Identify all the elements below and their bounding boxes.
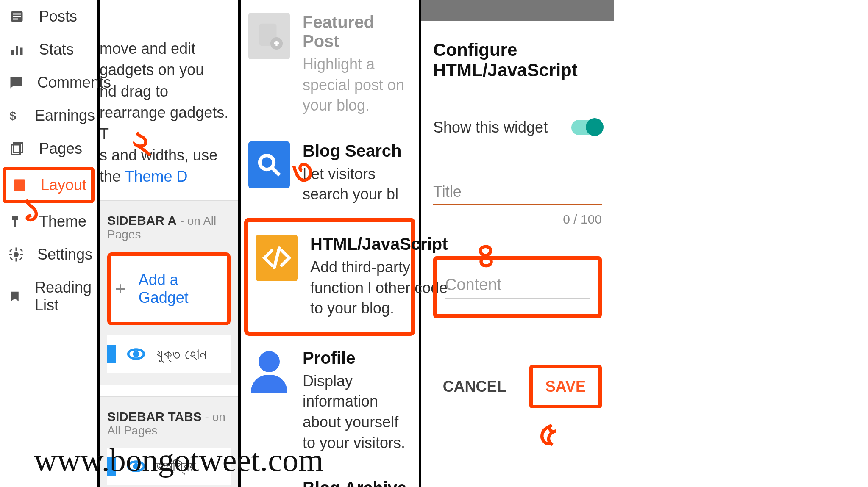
annotation-1: ১ <box>23 186 40 231</box>
nav-label: Posts <box>39 8 77 25</box>
svg-rect-11 <box>14 180 25 183</box>
svg-line-29 <box>273 168 280 175</box>
code-icon <box>256 235 298 281</box>
svg-rect-12 <box>14 183 19 191</box>
dialog-topbar <box>421 0 614 21</box>
gadget-blog-search[interactable]: Blog SearchLet visitors search your bl <box>241 129 419 218</box>
content-label: Content <box>445 276 501 293</box>
nav-stats[interactable]: Stats <box>0 33 97 66</box>
nav-settings[interactable]: Settings <box>0 238 97 271</box>
svg-rect-16 <box>9 254 13 255</box>
svg-rect-3 <box>13 19 18 20</box>
nav-label: Settings <box>37 246 92 263</box>
nav-label: Theme <box>39 213 86 230</box>
content-field[interactable]: Content <box>433 256 602 318</box>
svg-point-13 <box>14 252 19 257</box>
svg-rect-20 <box>10 257 13 260</box>
earnings-icon: $ <box>8 107 21 124</box>
annotation-3: ৩ <box>292 148 313 193</box>
featured-post-icon <box>248 13 290 59</box>
dialog-title: Configure HTML/JavaScript <box>433 40 602 80</box>
nav-layout[interactable]: Layout <box>3 167 95 203</box>
posts-icon <box>8 8 25 25</box>
nav-posts[interactable]: Posts <box>0 0 97 33</box>
visibility-icon[interactable] <box>127 345 145 363</box>
add-gadget-button[interactable]: + Add a Gadget <box>107 252 231 325</box>
nav-earnings[interactable]: $ Earnings <box>0 99 97 132</box>
nav-label: Layout <box>41 176 86 194</box>
svg-rect-14 <box>16 248 17 251</box>
bookmark-icon <box>8 288 21 305</box>
nav-label: Earnings <box>35 107 95 125</box>
gadget-html-javascript[interactable]: HTML/JavaScriptAdd third-party function … <box>244 218 415 336</box>
title-label: Title <box>433 183 462 200</box>
search-icon <box>248 141 290 188</box>
nav-pages[interactable]: Pages <box>0 132 97 165</box>
gadget-picker: Featured PostHighlight a special post on… <box>241 0 421 487</box>
show-widget-toggle[interactable] <box>571 120 602 135</box>
svg-rect-4 <box>11 50 14 55</box>
gear-icon <box>8 246 24 263</box>
theme-icon <box>8 213 25 230</box>
show-widget-label: Show this widget <box>433 119 548 136</box>
widget-label: যুক্ত হোন <box>156 345 206 363</box>
nav-label: Stats <box>39 41 74 58</box>
svg-point-28 <box>260 155 274 169</box>
theme-designer-link[interactable]: Theme D <box>125 168 187 185</box>
nav-label: Pages <box>39 140 82 158</box>
title-field[interactable]: Title 0 / 100 <box>433 183 602 227</box>
svg-point-23 <box>133 351 139 357</box>
blogger-sidebar: Posts Stats Comments $ Earnings Pages La… <box>0 0 100 487</box>
annotation-2: ২ <box>132 119 150 163</box>
svg-rect-6 <box>20 48 23 55</box>
title-counter: 0 / 100 <box>433 212 602 227</box>
widget-item[interactable]: যুক্ত হোন <box>107 335 231 373</box>
cancel-button[interactable]: CANCEL <box>430 368 519 405</box>
save-button[interactable]: SAVE <box>529 365 602 408</box>
drag-handle-icon[interactable] <box>107 345 116 363</box>
svg-rect-19 <box>20 249 23 252</box>
profile-icon <box>248 349 290 395</box>
archive-icon <box>248 479 290 487</box>
plus-icon: + <box>115 278 126 299</box>
nav-reading-list[interactable]: Reading List <box>0 271 97 322</box>
sidebar-a-section: SIDEBAR A - on All Pages + Add a Gadget … <box>100 200 238 385</box>
svg-rect-18 <box>9 249 12 252</box>
comments-icon <box>8 74 24 91</box>
pages-icon <box>8 140 25 157</box>
watermark: www.bongotweet.com <box>34 442 323 479</box>
svg-rect-2 <box>13 16 21 17</box>
layout-panel: move and edit gadgets on you nd drag to … <box>100 0 241 487</box>
gadget-featured-post[interactable]: Featured PostHighlight a special post on… <box>241 0 419 129</box>
nav-comments[interactable]: Comments <box>0 66 97 99</box>
svg-text:$: $ <box>10 109 16 122</box>
svg-rect-5 <box>16 46 18 55</box>
nav-label: Reading List <box>35 279 92 314</box>
svg-rect-1 <box>13 14 21 15</box>
annotation-5: ৫ <box>539 411 558 455</box>
svg-rect-17 <box>20 254 23 255</box>
add-gadget-label: Add a Gadget <box>139 271 223 307</box>
svg-rect-21 <box>19 257 22 260</box>
layout-hint: move and edit gadgets on you nd drag to … <box>100 0 238 200</box>
nav-theme[interactable]: Theme <box>0 205 97 238</box>
annotation-4: ৪ <box>477 233 496 277</box>
configure-dialog: Configure HTML/JavaScript Show this widg… <box>421 0 614 487</box>
svg-rect-15 <box>16 258 17 262</box>
stats-icon <box>8 41 25 58</box>
